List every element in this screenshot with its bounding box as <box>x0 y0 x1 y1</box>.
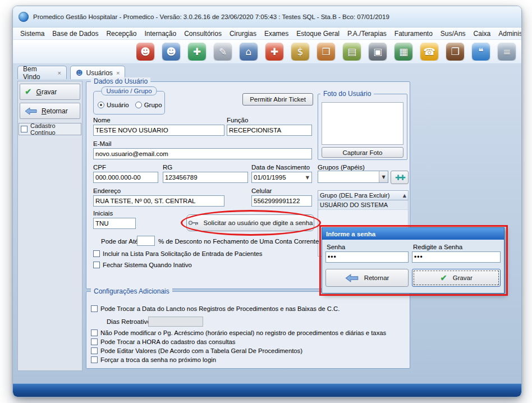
add-group-button[interactable]: ✚✚ <box>391 171 409 184</box>
menu-cirurgias[interactable]: Cirurgias <box>226 29 260 39</box>
gravar-button[interactable]: ✔ Gravar <box>20 84 80 100</box>
nome-label: Nome <box>93 117 111 123</box>
desconto-input[interactable] <box>137 236 155 246</box>
list-item[interactable]: USUÁRIO DO SISTEMA <box>318 200 408 210</box>
trocar-hora-label: Pode Trocar a HORA do cadastro das consu… <box>100 338 236 345</box>
grupos-papeis-combo[interactable]: ▼ <box>318 171 388 183</box>
action-panel: ✔ Gravar Retornar Cadastro Contínuo <box>17 81 82 371</box>
forcar-troca-senha-label: Forçar a troca da senha no próximo login <box>100 356 216 363</box>
chevron-down-icon[interactable]: ▼ <box>379 171 388 182</box>
tab-bem-vindo[interactable]: Bem Vindo × <box>17 66 67 79</box>
forcar-troca-senha-checkbox[interactable] <box>91 356 98 363</box>
billing-icon[interactable]: $ <box>291 43 309 61</box>
group-title: Configurações Adicionais <box>91 287 172 295</box>
finance-icon[interactable]: ▦ <box>395 43 412 61</box>
redigite-senha-label: Redigite a Senha <box>413 244 462 250</box>
rg-input[interactable] <box>163 172 248 183</box>
phone-icon[interactable]: ☎ <box>420 43 438 61</box>
funcao-input[interactable] <box>227 125 312 136</box>
store-icon[interactable]: ▤ <box>343 43 361 61</box>
reception-icon[interactable]: ☻ <box>162 43 180 61</box>
reports-icon[interactable]: ≡ <box>498 43 516 61</box>
arrow-left-icon <box>25 107 37 115</box>
title-bar: Promedico Gestão Hospitalar - Promedico … <box>13 6 521 28</box>
nome-input[interactable] <box>93 125 224 136</box>
gravar-label: Gravar <box>36 88 57 96</box>
dialog-retornar-button[interactable]: Retornar <box>325 269 409 287</box>
sort-asc-icon[interactable]: ▲ <box>403 193 406 198</box>
trocar-data-lancto-checkbox[interactable] <box>91 305 98 312</box>
permitir-abrir-ticket-button[interactable]: Permitir Abrir Ticket <box>242 93 313 106</box>
chevron-down-icon[interactable]: ▼ <box>304 175 311 180</box>
menu-internacao[interactable]: Internação <box>140 29 180 39</box>
ambulance-icon[interactable]: ✚ <box>265 43 283 61</box>
bed-icon[interactable]: ⌂ <box>240 43 258 61</box>
data-nascimento-combo[interactable]: 01/01/1995 ▼ <box>251 172 312 183</box>
senha-input[interactable] <box>325 251 409 263</box>
patients-icon[interactable]: ☻ <box>136 43 154 61</box>
close-icon[interactable]: × <box>58 70 61 76</box>
stock-icon[interactable]: ❒ <box>317 43 335 61</box>
cpf-label: CPF <box>93 164 106 171</box>
retornar-label: Retornar <box>42 107 68 115</box>
arrow-left-icon <box>345 274 359 282</box>
radio-usuario-label: Usuário <box>107 102 129 108</box>
menu-administracao[interactable]: Administra <box>494 29 521 39</box>
informe-senha-dialog: Informe a senha Senha Redigite a Senha R… <box>322 227 505 294</box>
grupo-list-header[interactable]: Grupo (DEL Para Excluir) ▲ <box>318 190 409 200</box>
dialog-title-bar: Informe a senha <box>322 228 504 240</box>
menu-caixa[interactable]: Caixa <box>470 29 495 39</box>
trocar-hora-checkbox[interactable] <box>91 338 98 345</box>
plus-plus-icon: ✚✚ <box>395 173 404 182</box>
icon-glyph: ▦ <box>399 47 408 57</box>
doctor-icon[interactable]: ✚ <box>188 43 206 61</box>
dialog-gravar-button[interactable]: ✔ Gravar <box>412 269 501 287</box>
menu-base-de-dados[interactable]: Base de Dados <box>48 29 102 39</box>
content-area: Bem Vindo × ☻ Usuários × ✔ Gravar Retorn… <box>13 64 521 383</box>
cadastro-continuo-row: Cadastro Contínuo <box>19 123 81 135</box>
menu-consultorios[interactable]: Consultórios <box>180 29 226 39</box>
redigite-senha-input[interactable] <box>412 251 501 263</box>
editar-valores-checkbox[interactable] <box>91 347 98 354</box>
exams-icon[interactable]: ✎ <box>214 43 232 61</box>
retornar-button[interactable]: Retornar <box>20 103 80 119</box>
fechar-sistema-row: Fechar Sistema Quando Inativo <box>93 262 192 268</box>
solicitar-senha-button[interactable]: Solicitar ao usuário que digite a senha <box>186 214 314 231</box>
chat-icon[interactable]: ❝ <box>472 43 490 61</box>
menu-recepcao[interactable]: Recepção <box>102 29 140 39</box>
rg-label: RG <box>163 164 172 171</box>
menu-sus-ans[interactable]: Sus/Ans <box>437 29 470 39</box>
radio-grupo[interactable] <box>135 102 142 108</box>
cpf-input[interactable] <box>93 172 158 183</box>
menu-faturamento[interactable]: Faturamento <box>391 29 437 39</box>
close-icon[interactable]: × <box>116 70 120 76</box>
solicitar-senha-label: Solicitar ao usuário que digite a senha <box>204 219 313 226</box>
capturar-foto-button[interactable]: Capturar Foto <box>322 147 403 158</box>
icon-glyph: ❐ <box>451 47 459 57</box>
fechar-sistema-label: Fechar Sistema Quando Inativo <box>103 262 192 268</box>
user-icon: ☻ <box>76 70 83 76</box>
editar-valores-row: Pode Editar Valores (De Acordo com a Tab… <box>91 347 302 354</box>
email-input[interactable] <box>93 148 312 159</box>
endereco-label: Endereço <box>93 187 121 194</box>
radio-usuario[interactable] <box>98 102 104 108</box>
iniciais-input[interactable] <box>93 218 136 229</box>
check-icon: ✔ <box>440 274 447 282</box>
incluir-lista-checkbox[interactable] <box>93 250 100 257</box>
fechar-sistema-checkbox[interactable] <box>93 262 100 268</box>
pg-acrescimo-checkbox[interactable] <box>91 329 98 336</box>
menu-sistema[interactable]: Sistema <box>16 29 48 39</box>
usuario-grupo-radios: Usuário Grupo <box>98 102 162 108</box>
menu-pa-terapias[interactable]: P.A./Terapias <box>343 29 391 39</box>
safe-icon[interactable]: ▣ <box>369 43 387 61</box>
iniciais-label: Iniciais <box>93 210 113 217</box>
menu-estoque-geral[interactable]: Estoque Geral <box>292 29 343 39</box>
foto-usuario-title: Foto do Usuário <box>320 90 374 98</box>
endereco-input[interactable] <box>93 195 224 207</box>
book-icon[interactable]: ❐ <box>446 43 464 61</box>
cadastro-continuo-checkbox[interactable] <box>21 126 27 132</box>
celular-input[interactable] <box>251 195 312 207</box>
icon-glyph: ☻ <box>140 47 150 57</box>
tab-label: Usuários <box>86 69 113 77</box>
menu-exames[interactable]: Exames <box>260 29 292 39</box>
